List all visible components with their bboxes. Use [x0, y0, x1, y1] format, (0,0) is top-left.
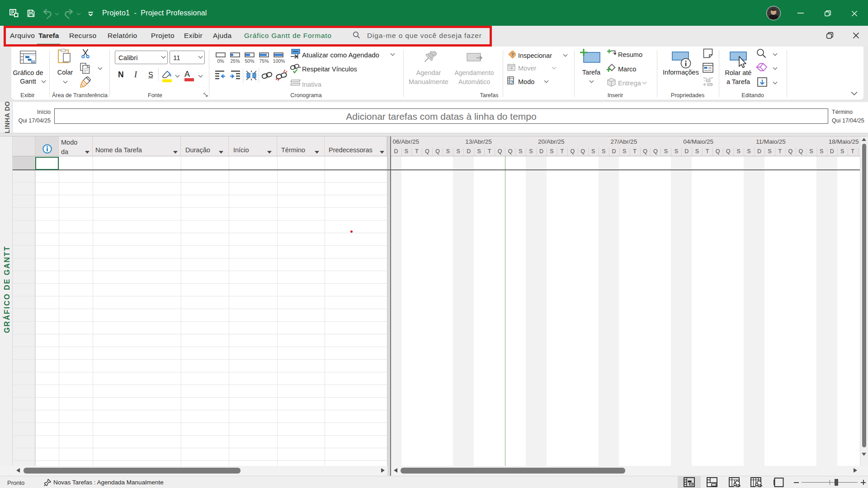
svg-text:?: ? [510, 80, 513, 86]
svg-text:P: P [11, 10, 14, 15]
svg-text:?: ? [511, 52, 514, 57]
